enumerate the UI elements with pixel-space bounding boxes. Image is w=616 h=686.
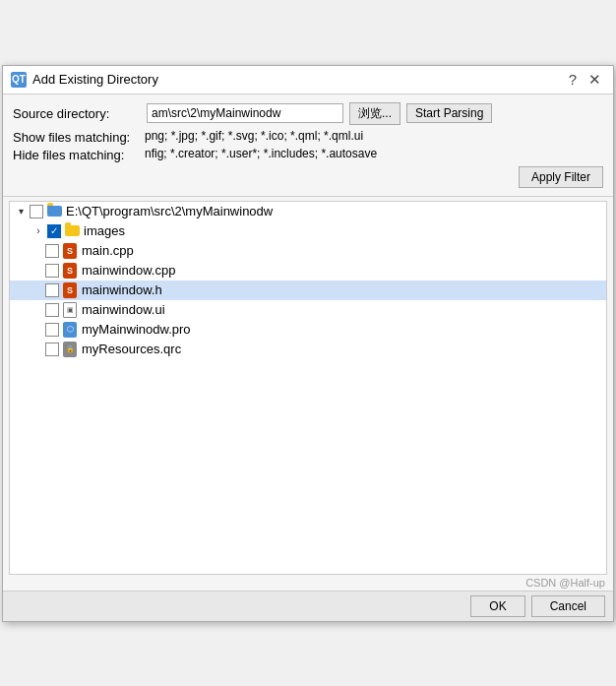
expand-root-icon[interactable]: ▾ xyxy=(14,205,28,218)
folder-icon-images xyxy=(64,223,80,239)
checkbox-pro[interactable] xyxy=(45,323,59,337)
tree-row-mainwindow-cpp[interactable]: S mainwindow.cpp xyxy=(10,261,606,281)
checkbox-images[interactable] xyxy=(47,224,61,238)
hide-filter-value: nfig; *.creator; *.user*; *.includes; *.… xyxy=(145,147,603,160)
dialog-title: Add Existing Directory xyxy=(32,72,158,87)
checkbox-qrc[interactable] xyxy=(45,343,59,356)
checkbox-mainwindow-cpp[interactable] xyxy=(45,264,59,278)
watermark-text: CSDN @Half-up xyxy=(525,577,605,589)
cancel-button[interactable]: Cancel xyxy=(531,595,605,617)
cpp-icon-main: S xyxy=(62,243,78,259)
bottom-bar: OK Cancel xyxy=(3,591,613,621)
source-input[interactable]: am\src\2\myMainwinodw xyxy=(147,103,343,123)
images-label: images xyxy=(84,223,125,238)
source-row: Source directory: am\src\2\myMainwinodw … xyxy=(13,102,603,125)
pro-icon: ⬡ xyxy=(62,322,78,338)
cpp-icon-mainwindow: S xyxy=(62,263,78,279)
show-filter-value: png; *.jpg; *.gif; *.svg; *.ico; *.qml; … xyxy=(145,129,603,143)
tree-row-images[interactable]: › images xyxy=(10,221,606,241)
qrc-icon: 🔒 xyxy=(62,342,78,357)
tree-row-main-cpp[interactable]: S main.cpp xyxy=(10,241,606,261)
title-bar-controls: ? ✕ xyxy=(565,72,605,87)
qt-icon: QT xyxy=(11,72,27,88)
hide-filter-label: Hide files matching: xyxy=(13,147,141,162)
form-area: Source directory: am\src\2\myMainwinodw … xyxy=(3,94,613,197)
source-label: Source directory: xyxy=(13,106,141,121)
start-parsing-button[interactable]: Start Parsing xyxy=(406,103,492,123)
show-filter-row: Show files matching: png; *.jpg; *.gif; … xyxy=(13,129,603,145)
checkbox-mainwindow-ui[interactable] xyxy=(45,303,59,317)
ok-button[interactable]: OK xyxy=(470,595,524,617)
tree-row-root[interactable]: ▾ E:\QT\program\src\2\myMainwinodw xyxy=(10,202,606,221)
mainwindow-h-label: mainwindow.h xyxy=(82,282,162,297)
watermark: CSDN @Half-up xyxy=(3,575,613,591)
help-button[interactable]: ? xyxy=(565,72,581,87)
folder-icon-root xyxy=(46,204,62,219)
qrc-label: myResources.qrc xyxy=(82,342,181,356)
title-bar-left: QT Add Existing Directory xyxy=(11,72,158,88)
checkbox-root[interactable] xyxy=(30,205,43,218)
apply-row: Apply Filter xyxy=(13,166,603,188)
add-existing-directory-dialog: QT Add Existing Directory ? ✕ Source dir… xyxy=(2,65,614,622)
checkbox-mainwindow-h[interactable] xyxy=(45,283,59,297)
mainwindow-ui-label: mainwindow.ui xyxy=(82,302,165,317)
pro-label: myMainwinodw.pro xyxy=(82,322,191,337)
close-button[interactable]: ✕ xyxy=(585,72,605,87)
tree-row-qrc[interactable]: 🔒 myResources.qrc xyxy=(10,340,606,359)
ui-icon-mainwindow: ▣ xyxy=(62,302,78,318)
main-cpp-label: main.cpp xyxy=(82,243,134,258)
tree-row-mainwindow-h[interactable]: S mainwindow.h xyxy=(10,281,606,300)
tree-row-pro[interactable]: ⬡ myMainwinodw.pro xyxy=(10,320,606,340)
mainwindow-cpp-label: mainwindow.cpp xyxy=(82,263,175,278)
apply-filter-button[interactable]: Apply Filter xyxy=(519,166,603,188)
expand-images-icon[interactable]: › xyxy=(31,224,45,238)
checkbox-main-cpp[interactable] xyxy=(45,244,59,258)
show-filter-label: Show files matching: xyxy=(13,129,141,145)
file-tree[interactable]: ▾ E:\QT\program\src\2\myMainwinodw › ima… xyxy=(9,201,607,575)
browse-button[interactable]: 浏览... xyxy=(349,102,400,125)
tree-row-mainwindow-ui[interactable]: ▣ mainwindow.ui xyxy=(10,300,606,320)
hide-filter-row: Hide files matching: nfig; *.creator; *.… xyxy=(13,147,603,162)
cpp-icon-mainwindow-h: S xyxy=(62,282,78,298)
root-label: E:\QT\program\src\2\myMainwinodw xyxy=(66,204,273,218)
qt-icon-label: QT xyxy=(12,74,26,85)
title-bar: QT Add Existing Directory ? ✕ xyxy=(3,66,613,94)
